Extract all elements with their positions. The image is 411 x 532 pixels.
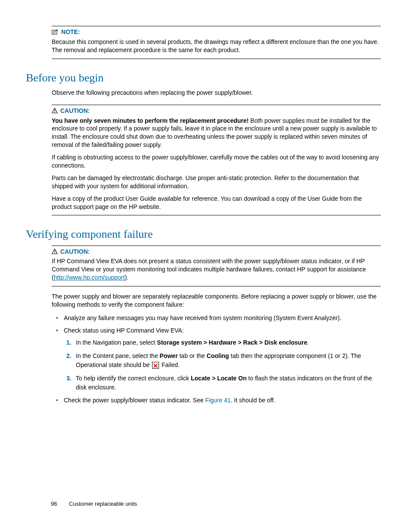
- note-label: NOTE:: [61, 28, 80, 36]
- list-item: Analyze any failure messages you may hav…: [52, 314, 381, 322]
- s1b: .: [307, 339, 309, 346]
- list-item: Check status using HP Command View EVA: …: [52, 327, 381, 392]
- s2a: In the Content pane, select the: [76, 352, 160, 359]
- step-item: In the Content pane, select the Power ta…: [64, 352, 381, 370]
- caution-body-1: You have only seven minutes to perform t…: [52, 117, 381, 211]
- section2-body: The power supply and blower are separate…: [52, 292, 381, 309]
- s2mid: tab or the: [178, 352, 207, 359]
- step-item: In the Navigation pane, select Storage s…: [64, 338, 381, 347]
- caution2-p1b: ).: [125, 274, 129, 281]
- rule: [52, 59, 381, 59]
- verify-list: Analyze any failure messages you may hav…: [52, 314, 381, 404]
- section1-intro: Observe the following precautions when r…: [52, 89, 381, 97]
- caution2-p1: If HP Command View EVA does not present …: [52, 257, 381, 282]
- note-text: Because this component is used in severa…: [52, 38, 381, 54]
- s2-bold2: Cooling: [207, 352, 229, 359]
- caution-label-2: CAUTION:: [60, 248, 90, 256]
- caution-body-2: If HP Command View EVA does not present …: [52, 257, 381, 282]
- caution-label: CAUTION:: [60, 107, 90, 115]
- svg-point-10: [54, 253, 55, 254]
- rule: [52, 105, 381, 105]
- note-header: NOTE:: [52, 28, 381, 36]
- caution-icon: [52, 108, 58, 114]
- failed-icon: [152, 362, 159, 369]
- caution-header: CAUTION:: [52, 107, 381, 115]
- svg-point-7: [54, 112, 55, 113]
- support-link[interactable]: http://www.hp.com/support: [54, 274, 125, 281]
- steps-list: In the Navigation pane, select Storage s…: [64, 338, 381, 392]
- heading-before-you-begin: Before you begin: [26, 70, 381, 85]
- caution-header-2: CAUTION:: [52, 248, 381, 256]
- caution-callout-2: CAUTION: If HP Command View EVA does not…: [52, 246, 381, 287]
- rule: [52, 215, 381, 215]
- s2c: Failed.: [160, 361, 180, 368]
- caution1-p1: You have only seven minutes to perform t…: [52, 117, 381, 149]
- caution1-p4: Have a copy of the product User Guide av…: [52, 195, 381, 211]
- heading-verifying: Verifying component failure: [26, 227, 381, 242]
- rule: [52, 26, 381, 26]
- page-footer: 96 Customer replaceable units: [51, 500, 137, 508]
- b3a: Check the power supply/blower status ind…: [64, 397, 205, 404]
- rule: [52, 246, 381, 246]
- s3-bold: Locate > Locate On: [191, 375, 247, 382]
- caution-icon: [52, 249, 58, 255]
- caution1-p1-bold: You have only seven minutes to perform t…: [52, 117, 249, 124]
- list-item: Check the power supply/blower status ind…: [52, 396, 381, 404]
- rule: [52, 286, 381, 286]
- s3a: To help identify the correct enclosure, …: [76, 375, 191, 382]
- note-icon: [52, 29, 59, 35]
- note-body: Because this component is used in severa…: [52, 38, 381, 54]
- s2-bold1: Power: [160, 352, 178, 359]
- bullet2-text: Check status using HP Command View EVA:: [64, 327, 184, 334]
- caution1-p3: Parts can be damaged by electrostatic di…: [52, 174, 381, 190]
- caution-callout-1: CAUTION: You have only seven minutes to …: [52, 105, 381, 216]
- footer-title: Customer replaceable units: [69, 501, 137, 507]
- note-callout: NOTE: Because this component is used in …: [52, 26, 381, 59]
- page-number: 96: [51, 501, 57, 507]
- caution1-p2: If cabling is obstructing access to the …: [52, 153, 381, 170]
- figure-ref[interactable]: Figure 41: [205, 397, 230, 404]
- s1a: In the Navigation pane, select: [76, 339, 157, 346]
- s1-bold: Storage system > Hardware > Rack > Disk …: [157, 339, 307, 346]
- bullet1-text: Analyze any failure messages you may hav…: [64, 314, 341, 321]
- step-item: To help identify the correct enclosure, …: [64, 374, 381, 392]
- b3b: . It should be off.: [231, 397, 275, 404]
